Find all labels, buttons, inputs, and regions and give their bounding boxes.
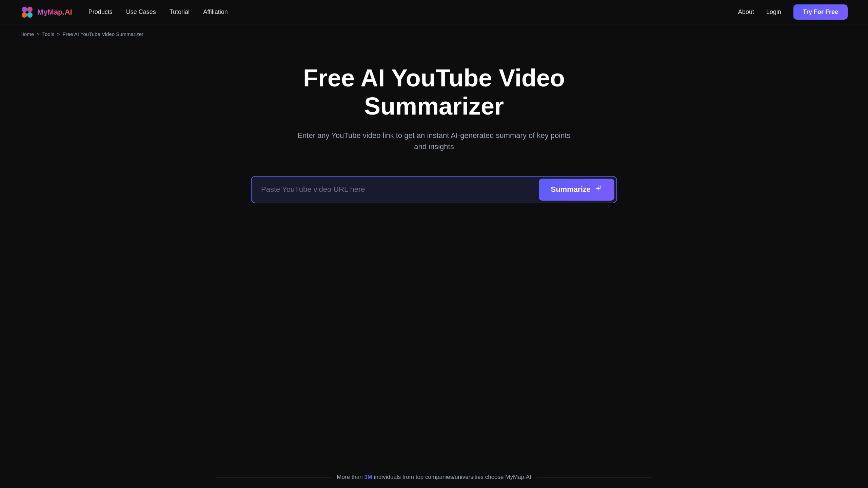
svg-point-0 <box>22 7 27 12</box>
try-free-button[interactable]: Try For Free <box>793 4 848 20</box>
navbar-left: MyMap.AI Products Use Cases Tutorial Aff… <box>20 5 228 19</box>
stats-prefix: More than <box>337 474 364 480</box>
search-container: Summarize <box>251 176 617 203</box>
stats-line-left <box>216 477 331 477</box>
svg-point-1 <box>27 7 33 12</box>
stats-highlight: 3M <box>364 474 372 480</box>
page-title: Free AI YouTube Video Summarizer <box>264 64 604 120</box>
breadcrumb-current: Free AI YouTube Video Summarizer <box>63 31 143 37</box>
navbar: MyMap.AI Products Use Cases Tutorial Aff… <box>0 0 868 24</box>
summarize-label: Summarize <box>551 185 591 194</box>
nav-links: Products Use Cases Tutorial Affiliation <box>88 8 228 16</box>
page-subtitle: Enter any YouTube video link to get an i… <box>295 130 573 152</box>
bottom-stats: More than 3M individuals from top compan… <box>0 466 868 488</box>
svg-point-2 <box>22 12 27 18</box>
nav-use-cases[interactable]: Use Cases <box>126 8 156 15</box>
breadcrumb-tools[interactable]: Tools <box>42 31 54 37</box>
logo-text: MyMap.AI <box>37 8 72 17</box>
nav-about[interactable]: About <box>738 8 754 16</box>
main-content: Free AI YouTube Video Summarizer Enter a… <box>0 37 868 244</box>
nav-affiliation[interactable]: Affiliation <box>203 8 228 15</box>
svg-point-3 <box>27 12 33 18</box>
breadcrumb: Home > Tools > Free AI YouTube Video Sum… <box>0 24 868 37</box>
nav-tutorial[interactable]: Tutorial <box>170 8 190 15</box>
breadcrumb-sep-2: > <box>57 31 60 37</box>
stats-text: More than 3M individuals from top compan… <box>337 474 531 481</box>
nav-products[interactable]: Products <box>88 8 113 15</box>
nav-login[interactable]: Login <box>766 8 781 16</box>
breadcrumb-sep-1: > <box>37 31 40 37</box>
search-box: Summarize <box>251 176 617 203</box>
stats-line-right <box>537 477 652 477</box>
stats-suffix: individuals from top companies/universit… <box>372 474 531 480</box>
logo[interactable]: MyMap.AI <box>20 5 72 19</box>
sparkle-icon <box>594 185 602 195</box>
search-input[interactable] <box>261 179 539 200</box>
navbar-right: About Login Try For Free <box>738 4 848 20</box>
breadcrumb-home[interactable]: Home <box>20 31 34 37</box>
summarize-button[interactable]: Summarize <box>539 179 614 201</box>
